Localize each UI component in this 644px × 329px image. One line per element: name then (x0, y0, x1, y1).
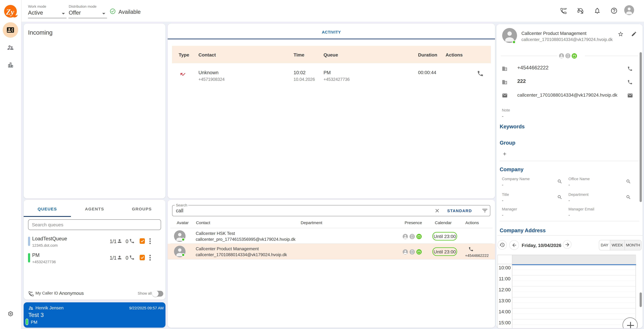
svg-text:ID: ID (31, 291, 32, 294)
svg-text:Zy: Zy (6, 8, 14, 16)
svg-text:SIP: SIP (563, 8, 567, 10)
